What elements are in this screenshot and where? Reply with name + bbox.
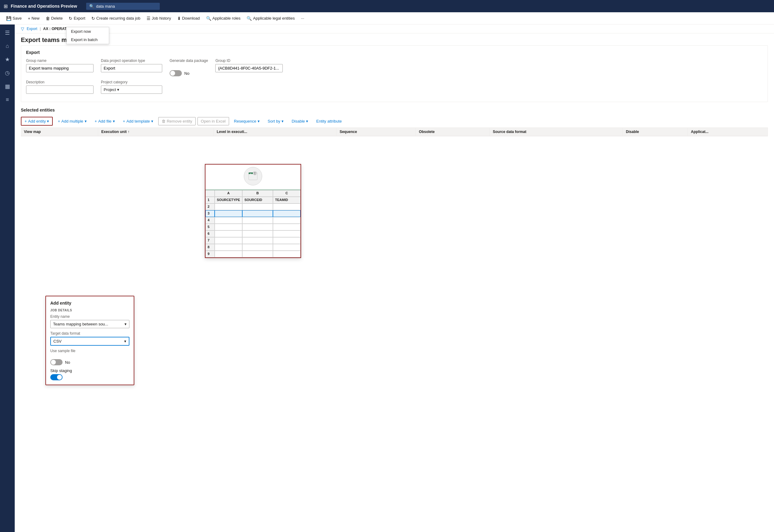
excel-cell-c2 (273, 203, 300, 210)
target-format-field: Target data format CSV ▾ (50, 331, 129, 346)
chevron-down-icon: ▾ (306, 119, 308, 123)
excel-cell-a5 (215, 224, 242, 230)
sidebar-item-workspaces[interactable]: ▦ (2, 81, 13, 92)
excel-cell-c4 (273, 217, 300, 224)
sidebar-item-favorites[interactable]: ★ (2, 54, 13, 65)
disable-button[interactable]: Disable ▾ (288, 117, 311, 125)
breadcrumb-export-link[interactable]: Export (27, 27, 37, 31)
excel-row-4: 4 (205, 217, 215, 224)
target-format-value: CSV (53, 339, 62, 344)
group-id-input[interactable] (215, 64, 283, 72)
export-dropdown-menu: Export now Export in batch (66, 27, 109, 44)
delete-button[interactable]: 🗑 Delete (43, 15, 65, 22)
open-in-excel-button[interactable]: Open in Excel (197, 117, 229, 125)
project-category-select[interactable]: Project ▾ (101, 85, 162, 94)
job-history-button[interactable]: ☰ Job history (144, 15, 173, 22)
sidebar-item-home[interactable]: ⌂ (2, 40, 13, 52)
export-button[interactable]: ↻ Export (66, 15, 88, 22)
excel-cell-a2 (215, 203, 242, 210)
save-button[interactable]: 💾 Save (4, 15, 24, 22)
new-dropdown-container: + New (25, 15, 42, 22)
use-sample-toggle[interactable] (50, 359, 63, 365)
new-button[interactable]: + New (25, 15, 42, 22)
entity-name-select[interactable]: Teams mapping between sou... ▾ (50, 320, 129, 328)
sidebar-item-list[interactable]: ≡ (2, 94, 13, 105)
remove-entity-button[interactable]: 🗑 Remove entity (158, 117, 196, 125)
app-grid-icon[interactable]: ⊞ (4, 3, 8, 9)
excel-col-c: C (273, 190, 300, 197)
resequence-button[interactable]: Resequence ▾ (231, 117, 263, 125)
excel-cell-c8 (273, 244, 300, 251)
main-layout: ☰ ⌂ ★ ◷ ▦ ≡ ▽ Export | AX : OPERATIONS E… (0, 25, 774, 532)
excel-cell-b8 (242, 244, 273, 251)
more-icon: ··· (301, 16, 304, 21)
search-input[interactable] (96, 4, 151, 9)
excel-cell-a7 (215, 237, 242, 244)
use-sample-toggle-container: No (50, 359, 129, 365)
add-entity-button[interactable]: + Add entity ▾ (21, 117, 53, 126)
excel-cell-c7 (273, 237, 300, 244)
excel-row-7: 7 (205, 237, 215, 244)
form-row-1: Group name Data project operation type G… (26, 59, 763, 76)
add-multiple-button[interactable]: + Add multiple ▾ (55, 117, 90, 125)
page-header: Export teams mapping (15, 33, 774, 45)
group-name-label: Group name (26, 59, 93, 63)
sort-by-button[interactable]: Sort by ▾ (265, 117, 287, 125)
col-obsolete: Obsolete (416, 128, 490, 136)
new-icon: + (28, 16, 30, 21)
skip-staging-field: Skip staging (50, 368, 129, 380)
add-file-button[interactable]: + Add file ▾ (92, 117, 118, 125)
data-project-label: Data project operation type (101, 59, 162, 63)
download-button[interactable]: ⬇ Download (175, 15, 202, 22)
excel-corner (205, 190, 215, 197)
plus-icon: + (95, 119, 97, 123)
entity-attribute-button[interactable]: Entity attribute (313, 117, 345, 125)
entities-table: View map Execution unit ↑ Level in execu… (21, 128, 768, 136)
breadcrumb: ▽ Export | AX : OPERATIONS (15, 25, 774, 33)
entity-name-value: Teams mapping between sou... (53, 322, 108, 326)
entity-name-label: Entity name (50, 314, 129, 319)
chevron-down-icon: ▾ (124, 322, 127, 326)
entity-toolbar: + Add entity ▾ + Add multiple ▾ + Add fi… (21, 115, 768, 128)
form-row-2: Description Project category Project ▾ (26, 80, 763, 94)
applicable-roles-button[interactable]: 🔍 Applicable roles (204, 15, 243, 22)
legal-icon: 🔍 (246, 16, 252, 21)
description-label: Description (26, 80, 93, 84)
filter-icon: ▽ (21, 26, 24, 31)
more-button[interactable]: ··· (298, 15, 307, 22)
search-icon: 🔍 (89, 4, 94, 9)
excel-cell-b6 (242, 230, 273, 237)
description-input[interactable] (26, 85, 93, 94)
add-template-button[interactable]: + Add template ▾ (120, 117, 156, 125)
target-format-select[interactable]: CSV ▾ (50, 337, 129, 346)
group-name-input[interactable] (26, 64, 93, 72)
export-now-item[interactable]: Export now (67, 27, 109, 36)
data-project-input[interactable] (101, 64, 162, 72)
excel-cell-c1: TEAMID (273, 197, 300, 203)
excel-cell-c6 (273, 230, 300, 237)
use-sample-value: No (65, 360, 70, 365)
plus-icon: + (58, 119, 60, 123)
applicable-legal-button[interactable]: 🔍 Applicable legal entities (244, 15, 297, 22)
excel-cell-b9 (242, 251, 273, 257)
skip-staging-toggle[interactable] (50, 374, 63, 380)
entity-name-field: Entity name Teams mapping between sou...… (50, 314, 129, 328)
entities-title: Selected entities (21, 105, 768, 112)
excel-cell-c9 (273, 251, 300, 257)
use-sample-field: Use sample file (50, 349, 129, 353)
export-in-batch-item[interactable]: Export in batch (67, 36, 109, 44)
generate-package-toggle[interactable] (170, 70, 182, 76)
excel-cell-b7 (242, 237, 273, 244)
project-category-value: Project (104, 87, 116, 92)
excel-col-a: A (215, 190, 242, 197)
sidebar-item-hamburger[interactable]: ☰ (2, 27, 13, 39)
create-recurring-button[interactable]: ↻ Create recurring data job (89, 15, 143, 22)
sidebar-item-recent[interactable]: ◷ (2, 67, 13, 79)
save-icon: 💾 (6, 16, 11, 21)
excel-cell-b5 (242, 224, 273, 230)
excel-cell-b1: SOURCEID (242, 197, 273, 203)
chevron-down-icon: ▾ (85, 119, 87, 123)
breadcrumb-separator: | (40, 27, 41, 31)
job-details-label: JOB DETAILS (50, 309, 129, 312)
delete-icon: 🗑 (46, 16, 50, 21)
